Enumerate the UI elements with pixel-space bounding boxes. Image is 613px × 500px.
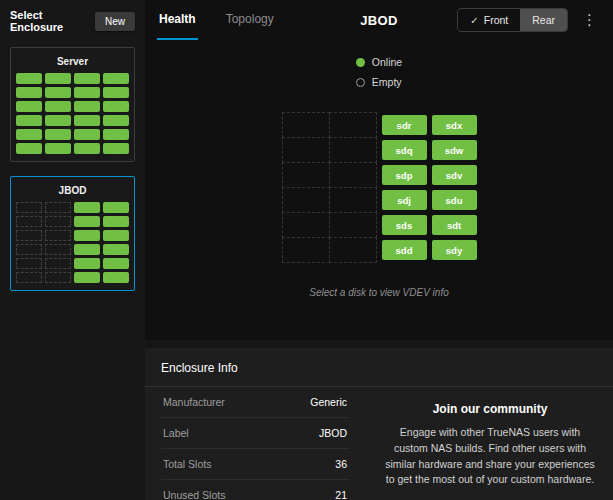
- community-title: Join our community: [383, 402, 597, 416]
- main-content: Health Topology JBOD ✓ Front Rear ⋮: [145, 0, 613, 500]
- enclosure-card-jbod[interactable]: JBOD: [10, 176, 135, 291]
- sidebar-header: Select Enclosure New: [10, 9, 135, 33]
- disk-row: sdpsdv: [282, 162, 477, 188]
- mini-slot-empty: [16, 258, 42, 269]
- mini-slot-empty: [16, 216, 42, 227]
- mini-slot-occupied: [103, 129, 129, 140]
- empty-slot: [282, 137, 330, 163]
- disk-button[interactable]: sdp: [382, 165, 427, 185]
- enclosure-info-title: Enclosure Info: [145, 348, 613, 386]
- info-label: Total Slots: [163, 458, 211, 470]
- enclosure-info-panel: Enclosure Info ManufacturerGenericLabelJ…: [145, 348, 613, 500]
- mini-slot-occupied: [74, 73, 100, 84]
- enclosure-title: JBOD: [360, 13, 397, 28]
- mini-slot-occupied: [16, 129, 42, 140]
- vdev-hint: Select a disk to view VDEV info: [145, 287, 613, 298]
- mini-slot-occupied: [45, 101, 71, 112]
- mini-slot-empty: [45, 272, 71, 283]
- disk-grid: sdrsdxsdqsdwsdpsdvsdjsdusdssdtsddsdy: [282, 112, 477, 263]
- mini-slot-occupied: [16, 73, 42, 84]
- disk-button[interactable]: sds: [382, 215, 427, 235]
- disk-row: sdrsdx: [282, 112, 477, 138]
- mini-slot-occupied: [74, 244, 100, 255]
- check-icon: ✓: [470, 15, 478, 26]
- disk-button[interactable]: sdj: [382, 190, 427, 210]
- legend-empty: Empty: [356, 76, 402, 88]
- mini-slot-occupied: [45, 129, 71, 140]
- mini-slot-empty: [45, 244, 71, 255]
- info-row: Unused Slots21: [161, 480, 349, 500]
- disk-button[interactable]: sdd: [382, 240, 427, 260]
- community-body: Engage with other TrueNAS users with cus…: [383, 425, 597, 488]
- kebab-menu-icon[interactable]: ⋮: [578, 9, 601, 31]
- empty-slot: [282, 237, 330, 263]
- legend-online-label: Online: [372, 56, 402, 68]
- mini-slot-occupied: [45, 73, 71, 84]
- mini-slot-occupied: [103, 272, 129, 283]
- disk-row: sdjsdu: [282, 187, 477, 213]
- front-rear-toggle: ✓ Front Rear: [457, 8, 568, 32]
- mini-slot-empty: [16, 244, 42, 255]
- mini-slot-occupied: [74, 202, 100, 213]
- mini-slot-empty: [16, 202, 42, 213]
- disk-button[interactable]: sdv: [432, 165, 477, 185]
- empty-slot: [329, 112, 377, 138]
- mini-slot-occupied: [74, 115, 100, 126]
- enclosure-card-title: JBOD: [16, 182, 129, 202]
- mini-slot-occupied: [103, 87, 129, 98]
- disk-button[interactable]: sdx: [432, 115, 477, 135]
- enclosure-card-server[interactable]: Server: [10, 47, 135, 162]
- mini-slot-empty: [16, 272, 42, 283]
- disk-button[interactable]: sdq: [382, 140, 427, 160]
- empty-slot: [282, 162, 330, 188]
- tab-health[interactable]: Health: [157, 0, 198, 40]
- health-panel: Health Topology JBOD ✓ Front Rear ⋮: [145, 0, 613, 340]
- jbod-slot-grid: [16, 202, 129, 283]
- disk-row: sdssdt: [282, 212, 477, 238]
- mini-slot-empty: [16, 230, 42, 241]
- empty-slot: [329, 137, 377, 163]
- mini-slot-empty: [45, 258, 71, 269]
- mini-slot-occupied: [103, 216, 129, 227]
- disk-button[interactable]: sdy: [432, 240, 477, 260]
- disk-button[interactable]: sdr: [382, 115, 427, 135]
- enclosure-info-body: ManufacturerGenericLabelJBODTotal Slots3…: [145, 387, 613, 500]
- mini-slot-occupied: [103, 101, 129, 112]
- mini-slot-occupied: [16, 143, 42, 154]
- rear-view-button[interactable]: Rear: [520, 9, 567, 31]
- front-view-button[interactable]: ✓ Front: [458, 9, 520, 31]
- mini-slot-occupied: [103, 115, 129, 126]
- mini-slot-empty: [45, 216, 71, 227]
- new-enclosure-button[interactable]: New: [95, 12, 135, 31]
- info-label: Label: [163, 427, 189, 439]
- empty-slot: [329, 162, 377, 188]
- disk-button[interactable]: sdu: [432, 190, 477, 210]
- mini-slot-occupied: [16, 101, 42, 112]
- disk-button[interactable]: sdw: [432, 140, 477, 160]
- disk-button[interactable]: sdt: [432, 215, 477, 235]
- mini-slot-occupied: [45, 87, 71, 98]
- info-label: Manufacturer: [163, 396, 225, 408]
- online-status-dot: [356, 58, 365, 67]
- info-value: Generic: [310, 396, 347, 408]
- info-value: 21: [335, 489, 347, 500]
- mini-slot-occupied: [74, 230, 100, 241]
- mini-slot-occupied: [103, 202, 129, 213]
- topbar: Health Topology JBOD ✓ Front Rear ⋮: [145, 0, 613, 40]
- info-row: ManufacturerGeneric: [161, 387, 349, 418]
- disk-row: sddsdy: [282, 237, 477, 263]
- mini-slot-occupied: [45, 115, 71, 126]
- mini-slot-occupied: [103, 230, 129, 241]
- mini-slot-occupied: [74, 87, 100, 98]
- empty-slot: [282, 112, 330, 138]
- legend-empty-label: Empty: [372, 76, 402, 88]
- enclosure-page: Select Enclosure New Server JBOD Health …: [0, 0, 613, 500]
- mini-slot-occupied: [74, 216, 100, 227]
- mini-slot-occupied: [103, 73, 129, 84]
- empty-slot: [282, 187, 330, 213]
- enclosure-sidebar: Select Enclosure New Server JBOD: [0, 0, 145, 500]
- mini-slot-occupied: [16, 115, 42, 126]
- disk-row: sdqsdw: [282, 137, 477, 163]
- tab-topology[interactable]: Topology: [224, 0, 276, 40]
- info-row: Total Slots36: [161, 449, 349, 480]
